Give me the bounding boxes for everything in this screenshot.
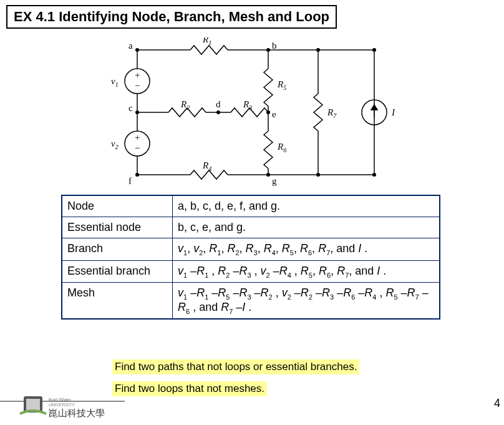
svg-text:Kun Shan: Kun Shan: [49, 397, 70, 403]
row-mesh-label: Mesh: [62, 283, 173, 320]
r3-label: R3: [243, 99, 252, 111]
svg-point-26: [216, 110, 220, 114]
node-g-label: g: [272, 176, 277, 186]
svg-text:UNIVERSITY: UNIVERSITY: [49, 403, 75, 407]
r4-label: R4: [202, 160, 211, 172]
v2-minus: −: [135, 143, 140, 153]
row-node-label: Node: [62, 195, 173, 217]
node-b-label: b: [272, 41, 277, 51]
v1-label: v1: [111, 76, 119, 88]
node-e-label: e: [272, 109, 276, 119]
v2-label: v2: [111, 139, 119, 150]
slide-title: EX 4.1 Identifying Node, Branch, Mesh an…: [6, 5, 337, 29]
row-branch-value: v1, v2, R1, R2, R3, R4, R5, R6, R7, and …: [173, 238, 440, 261]
row-node-value: a, b, c, d, e, f, and g.: [173, 195, 440, 217]
i-label: I: [391, 107, 395, 117]
node-c-label: c: [128, 103, 133, 113]
question-1: Find two paths that not loops or essenti…: [112, 359, 359, 374]
v1-minus: −: [135, 81, 140, 90]
node-a-label: a: [128, 41, 133, 51]
r6-label: R6: [277, 142, 286, 154]
svg-text:崑山科技大學: 崑山科技大學: [49, 408, 105, 418]
svg-point-27: [266, 110, 270, 114]
svg-point-23: [135, 48, 139, 52]
r5-label: R5: [277, 79, 286, 91]
v2-plus: +: [135, 132, 140, 142]
svg-point-32: [372, 48, 376, 52]
question-2: Find two loops that not meshes.: [112, 381, 267, 396]
r1-label: R1: [202, 37, 211, 46]
table-row: Mesh v1 –R1 –R5 –R3 –R2 , v2 –R2 –R3 –R6…: [62, 283, 440, 320]
r7-label: R7: [327, 107, 337, 119]
row-mesh-value: v1 –R1 –R5 –R3 –R2 , v2 –R2 –R3 –R6 –R4 …: [173, 283, 440, 320]
row-essential-branch-value: v1 –R1 , R2 –R3 , v2 –R4 , R5, R6, R7, a…: [173, 260, 440, 283]
r2-label: R2: [180, 99, 190, 111]
definitions-table: Node a, b, c, d, e, f, and g. Essential …: [61, 195, 440, 320]
row-essential-node-label: Essential node: [62, 217, 173, 238]
svg-point-31: [316, 173, 320, 177]
svg-point-24: [266, 48, 270, 52]
row-essential-branch-label: Essential branch: [62, 260, 173, 283]
row-essential-node-value: b, c, e, and g.: [173, 217, 440, 238]
svg-point-28: [135, 173, 139, 177]
svg-rect-36: [26, 399, 40, 410]
row-branch-label: Branch: [62, 238, 173, 261]
circuit-diagram: a b c d e f g R1 R2 R3 R4 R5 R6 R7 v1 v2…: [106, 37, 418, 187]
table-row: Node a, b, c, d, e, f, and g.: [62, 195, 440, 217]
node-d-label: d: [216, 99, 221, 109]
node-f-label: f: [128, 176, 132, 186]
v1-plus: +: [135, 70, 140, 80]
svg-point-33: [372, 173, 376, 177]
university-logo: Kun Shan UNIVERSITY 崑山科技大學: [0, 390, 125, 421]
svg-point-25: [135, 110, 139, 114]
svg-point-29: [266, 173, 270, 177]
svg-point-30: [316, 48, 320, 52]
page-number: 4: [494, 397, 500, 410]
table-row: Essential node b, c, e, and g.: [62, 217, 440, 238]
table-row: Branch v1, v2, R1, R2, R3, R4, R5, R6, R…: [62, 238, 440, 261]
table-row: Essential branch v1 –R1 , R2 –R3 , v2 –R…: [62, 260, 440, 283]
